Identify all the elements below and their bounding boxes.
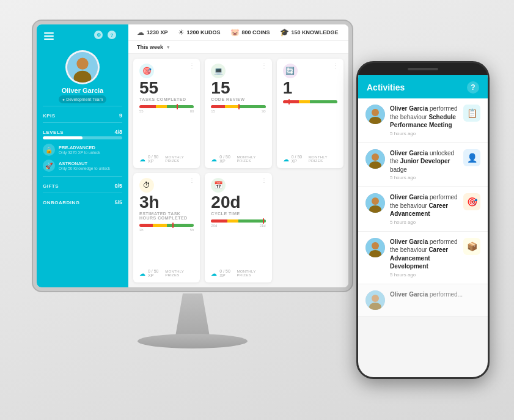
footer-cloud-icon2: ☁ — [211, 156, 217, 163]
phone-speaker — [408, 68, 438, 70]
card-partial-bar — [283, 100, 337, 103]
card-cycletime: ⋮ 📅 20d CYCLE TIME 20d21d — [205, 173, 271, 282]
activity-item-4: Oliver Garcia performed the behaviour Ca… — [358, 232, 488, 284]
card-cycletime-icon: 📅 — [211, 178, 226, 193]
card-code-bar — [211, 105, 265, 108]
activities-list[interactable]: Oliver Garcia performed the behaviour Sc… — [358, 98, 488, 374]
user-name: Oliver Garcia — [62, 87, 104, 94]
card-tasks-value: 55 — [139, 79, 194, 97]
sidebar: ⚙ ? Oliver Garcia ● De — [37, 24, 128, 287]
activity-text-3: Oliver Garcia performed the behaviour Ca… — [390, 193, 458, 218]
activity-badge-4: 📦 — [463, 238, 480, 255]
card-code-icon: 💻 — [211, 64, 226, 78]
help-icon[interactable]: ? — [108, 31, 116, 39]
activity-item-2: Oliver Garcia unlocked the Junior Develo… — [358, 143, 488, 188]
card-partial-icon: 🔄 — [283, 64, 298, 78]
card-cycletime-bar — [211, 219, 265, 223]
card-code-bar-labels: 1530 — [211, 109, 265, 113]
kudos-indicator: ☀ 1200 KUDOS — [178, 28, 221, 37]
activity-text-5: Oliver Garcia performed... — [390, 290, 480, 299]
card-tasks-icon: 🎯 — [139, 64, 154, 78]
svg-point-10 — [372, 197, 379, 205]
svg-point-1 — [76, 58, 88, 70]
card-tasks-menu[interactable]: ⋮ — [189, 62, 195, 69]
phone: Activities ? Oliver Garcia p — [356, 61, 490, 379]
card-cycletime-menu[interactable]: ⋮ — [261, 177, 267, 183]
svg-point-13 — [372, 242, 379, 249]
activity-avatar-1 — [365, 105, 385, 124]
card-hours: ⋮ ⏱ 3h ESTIMATED TASK HOURS COMPLETED — [133, 173, 200, 282]
coins-indicator: 🐷 800 COINS — [230, 28, 270, 37]
knowledge-icon: 🎓 — [280, 28, 289, 37]
card-partial-menu[interactable]: ⋮ — [332, 62, 339, 69]
activity-badge-2: 👤 — [463, 149, 480, 166]
svg-point-7 — [372, 153, 379, 161]
sidebar-top-bar: ⚙ ? — [37, 24, 128, 48]
activity-item: Oliver Garcia performed the behaviour Sc… — [358, 98, 488, 143]
cloud-icon: ☁ — [137, 28, 144, 37]
monitor: ⚙ ? Oliver Garcia ● De — [18, 18, 367, 361]
gifts-section: GIFTS 0/5 — [37, 179, 128, 190]
badge-pre-advanced: 🔒 PRE-ADVANCED Only 3270 XP to unlock — [37, 142, 128, 158]
main-content: ☁ 1230 XP ☀ 1200 KUDOS 🐷 800 COINS 🎓 — [128, 24, 348, 287]
card-tasks-label: TASKS COMPLETED — [139, 97, 194, 101]
phone-help-button[interactable]: ? — [467, 81, 479, 94]
footer-cloud-icon4: ☁ — [139, 270, 145, 277]
activity-avatar-4 — [365, 238, 385, 257]
card-cycle-partial: ⋮ 🔄 1 ☁ 0 / 50 XP — [277, 59, 343, 168]
activity-text-1: Oliver Garcia performed the behaviour Sc… — [390, 105, 458, 130]
card-tasks-footer: ☁ 0 / 50 XP MONTHLY PRIZES — [139, 153, 194, 163]
card-code-menu[interactable]: ⋮ — [261, 62, 267, 69]
hamburger-menu[interactable] — [44, 32, 54, 40]
app: ⚙ ? Oliver Garcia ● De — [37, 24, 348, 287]
card-code-value: 15 — [211, 79, 265, 97]
topbar: ☁ 1230 XP ☀ 1200 KUDOS 🐷 800 COINS 🎓 — [128, 24, 348, 41]
card-hours-value: 3h — [139, 194, 194, 211]
card-code-label: CODE REVIEW — [211, 97, 265, 101]
card-partial-footer: ☁ 0 / 50 XP MONTHLY PRIZES — [283, 153, 337, 163]
badge-astronaut: 🚀 ASTRONAUT Only 50 Knowledge to unlock — [37, 158, 128, 174]
sun-icon: ☀ — [178, 28, 185, 37]
activity-avatar-2 — [365, 149, 385, 169]
card-code-footer: ☁ 0 / 50 XP MONTHLY PRIZES — [211, 153, 265, 163]
levels-bar — [43, 136, 122, 139]
phone-screen: Activities ? Oliver Garcia p — [358, 75, 488, 377]
settings-icon[interactable]: ⚙ — [94, 31, 103, 39]
monitor-screen: ⚙ ? Oliver Garcia ● De — [37, 24, 348, 287]
activity-time-3: 5 hours ago — [390, 219, 458, 225]
card-cycletime-footer: ☁ 0 / 50 XP MONTHLY PRIZES — [211, 267, 265, 278]
activity-text-2: Oliver Garcia unlocked the Junior Develo… — [390, 149, 458, 174]
levels-section: LEVELS 4/8 — [37, 125, 128, 136]
card-cycletime-value: 20d — [211, 194, 265, 211]
avatar — [65, 50, 100, 84]
svg-point-16 — [372, 295, 379, 302]
activity-item-3: Oliver Garcia performed the behaviour Ca… — [358, 187, 488, 232]
svg-point-4 — [372, 109, 379, 116]
card-partial-value: 1 — [283, 79, 337, 97]
monitor-stand — [168, 293, 217, 336]
activity-avatar-3 — [365, 193, 385, 213]
activity-avatar-5 — [365, 290, 385, 310]
card-code: ⋮ 💻 15 CODE REVIEW 1530 — [205, 59, 271, 168]
period-bar: This week ▾ — [128, 41, 348, 54]
activity-item-5: Oliver Garcia performed... — [358, 284, 488, 317]
onboarding-section: ONBOARDING 5/5 — [37, 196, 128, 207]
phone-title: Activities — [367, 83, 405, 92]
xp-indicator: ☁ 1230 XP — [137, 28, 168, 37]
card-hours-bar — [139, 224, 194, 227]
badge-icon-astronaut: 🚀 — [43, 160, 55, 172]
activity-time-1: 5 hours ago — [390, 131, 458, 136]
card-cycletime-label: CYCLE TIME — [211, 212, 265, 216]
cards-grid: ⋮ 🎯 55 TASKS COMPLETED 5580 — [128, 54, 348, 287]
coins-icon: 🐷 — [230, 28, 240, 37]
activity-text-4: Oliver Garcia performed the behaviour Ca… — [390, 238, 458, 271]
knowledge-indicator: 🎓 150 KNOWLEDGE — [280, 28, 339, 37]
card-tasks: ⋮ 🎯 55 TASKS COMPLETED 5580 — [133, 59, 200, 168]
badge-icon-pre-advanced: 🔒 — [43, 144, 55, 156]
card-hours-label: ESTIMATED TASK HOURS COMPLETED — [139, 212, 194, 220]
footer-cloud-icon3: ☁ — [283, 156, 289, 163]
card-hours-bar-labels: 3h5h — [139, 228, 194, 232]
footer-cloud-icon: ☁ — [139, 156, 145, 163]
sidebar-action-icons: ⚙ ? — [54, 31, 121, 42]
card-hours-menu[interactable]: ⋮ — [189, 177, 195, 183]
